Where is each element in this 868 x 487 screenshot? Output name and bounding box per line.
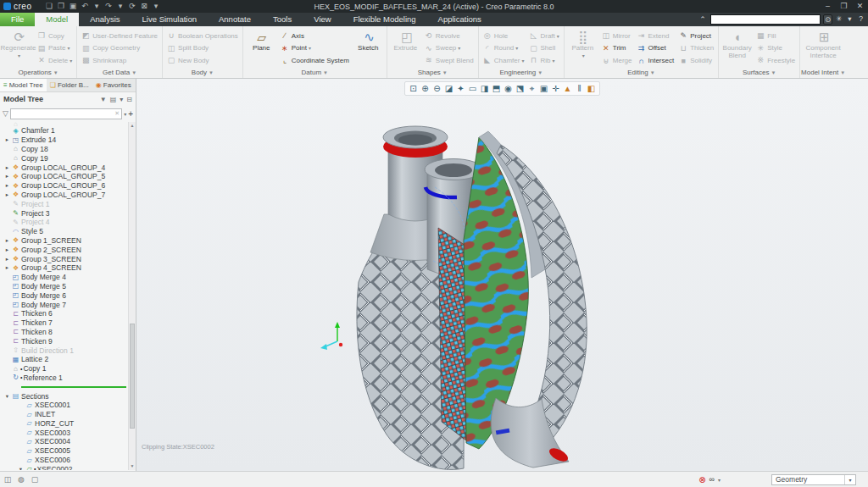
rib-button[interactable]: Rib▾ bbox=[527, 54, 560, 67]
tree-item[interactable]: Group 2_SCREEN bbox=[0, 245, 128, 254]
boolean-operations-button[interactable]: Boolean Operations bbox=[165, 30, 240, 42]
tree-expand-arrow[interactable] bbox=[3, 246, 11, 253]
boundary-blend-button[interactable]: Boundary Blend bbox=[721, 28, 753, 67]
new-file-icon[interactable]: ❏ bbox=[43, 0, 54, 13]
model-intent-group-label[interactable]: Model Intent▼ bbox=[800, 67, 846, 78]
datum-group-label[interactable]: Datum▼ bbox=[243, 67, 387, 78]
command-search-icon[interactable]: ⊙ bbox=[823, 14, 832, 25]
shrinkwrap-button[interactable]: Shrinkwrap bbox=[80, 54, 159, 67]
tree-scrollbar[interactable]: ▲ ▼ bbox=[128, 122, 136, 470]
enhanced-realism-icon[interactable]: ✦ bbox=[455, 82, 466, 96]
tree-item[interactable]: Body Merge 7 bbox=[0, 300, 128, 309]
tree-item[interactable]: Copy 18 bbox=[0, 145, 128, 154]
plane-button[interactable]: Plane bbox=[246, 28, 277, 67]
model-canvas[interactable] bbox=[136, 79, 868, 471]
style-button[interactable]: Style bbox=[754, 42, 797, 55]
tab-live-simulation[interactable]: Live Simulation bbox=[131, 13, 208, 26]
filter-dropdown-icon[interactable]: ▾ bbox=[124, 111, 126, 117]
axis-button[interactable]: Axis bbox=[279, 30, 351, 42]
copy-button[interactable]: Copy bbox=[36, 30, 74, 42]
tab-file[interactable]: File bbox=[0, 13, 35, 26]
tab-flexible-modeling[interactable]: Flexible Modeling bbox=[342, 13, 427, 26]
tab-analysis[interactable]: Analysis bbox=[79, 13, 131, 26]
named-views-icon[interactable]: ▭ bbox=[467, 82, 478, 96]
repaint-icon[interactable]: ◪ bbox=[443, 82, 454, 96]
editing-group-label[interactable]: Editing▼ bbox=[565, 67, 718, 78]
tree-item[interactable] bbox=[0, 382, 128, 391]
nav-tab-folder-browser[interactable]: ❏Folder B... bbox=[47, 79, 92, 91]
selection-filter-dropdown[interactable]: Geometry ▾ bbox=[771, 474, 856, 485]
tab-applications[interactable]: Applications bbox=[427, 13, 492, 26]
tree-item[interactable]: XSEC0003 bbox=[0, 428, 128, 437]
search-model-icon[interactable]: ∞ bbox=[709, 475, 715, 484]
project-button[interactable]: Project bbox=[677, 30, 715, 42]
collapse-ribbon-icon[interactable]: ⌃ bbox=[698, 15, 708, 24]
tree-item[interactable]: Project 3 bbox=[0, 208, 128, 218]
solidify-button[interactable]: Solidify bbox=[677, 54, 715, 67]
tree-item[interactable]: Body Merge 4 bbox=[0, 273, 128, 282]
get-data-group-label[interactable]: Get Data▼ bbox=[77, 67, 162, 78]
tree-item[interactable]: Group 1_SCREEN bbox=[0, 236, 128, 246]
intersect-button[interactable]: Intersect bbox=[635, 54, 676, 67]
command-search-input[interactable] bbox=[710, 14, 821, 25]
tree-item[interactable]: Lattice 2 bbox=[0, 355, 128, 364]
tree-item[interactable]: Build Direction 1 bbox=[0, 346, 128, 355]
save-icon[interactable]: ▣ bbox=[67, 0, 78, 13]
draft-button[interactable]: Draft▾ bbox=[527, 30, 560, 42]
regeneration-alert-icon[interactable]: ⊗ bbox=[698, 475, 705, 484]
tree-expand-arrow[interactable] bbox=[3, 164, 11, 171]
user-defined-feature-button[interactable]: User-Defined Feature bbox=[80, 30, 159, 42]
fill-button[interactable]: Fill bbox=[754, 30, 797, 42]
close-window-icon[interactable]: ⊠ bbox=[138, 0, 149, 13]
tree-item[interactable]: Project 4 bbox=[0, 218, 128, 227]
nav-tab-favorites[interactable]: ◉Favorites bbox=[92, 79, 135, 91]
thicken-button[interactable]: Thicken bbox=[677, 42, 715, 55]
tree-item[interactable]: Body Merge 6 bbox=[0, 291, 128, 300]
tree-item[interactable]: Thicken 6 bbox=[0, 309, 128, 318]
tree-item[interactable]: • Reference 1 bbox=[0, 374, 128, 383]
tree-item[interactable]: Chamfer 1 bbox=[0, 126, 128, 136]
revolve-button[interactable]: Revolve bbox=[423, 30, 476, 42]
tree-item[interactable]: Group LOCAL_GROUP_6 bbox=[0, 181, 128, 191]
display-style-icon[interactable]: ◉ bbox=[503, 82, 514, 96]
body-group-label[interactable]: Body▼ bbox=[163, 67, 242, 78]
coordinate-system-button[interactable]: Coordinate System bbox=[279, 54, 351, 67]
sweep-button[interactable]: Sweep▾ bbox=[423, 42, 476, 55]
tree-item[interactable]: • Copy 1 bbox=[0, 364, 128, 374]
tree-item[interactable]: HORZ_CUT bbox=[0, 419, 128, 429]
tree-options-dropdown-icon[interactable]: ▾ bbox=[120, 96, 123, 103]
redo-dropdown-icon[interactable]: ▾ bbox=[114, 0, 125, 13]
tree-item[interactable]: • XSEC0002 bbox=[0, 464, 128, 470]
nav-tab-model-tree[interactable]: ≡Model Tree bbox=[0, 79, 47, 91]
minimize-button[interactable]: – bbox=[820, 0, 836, 13]
section-icon[interactable]: ⬔ bbox=[515, 82, 526, 96]
sketch-button[interactable]: Sketch bbox=[353, 28, 384, 67]
filter-clear-icon[interactable]: ✕ bbox=[114, 110, 120, 117]
resources-icon[interactable]: ✳ bbox=[834, 14, 843, 25]
regenerate-qat-icon[interactable]: ⟳ bbox=[126, 0, 137, 13]
pattern-button[interactable]: Pattern ▾ bbox=[567, 28, 598, 67]
tree-item[interactable]: Group LOCAL_GROUP_5 bbox=[0, 172, 128, 181]
swept-blend-button[interactable]: Swept Blend bbox=[423, 54, 476, 67]
tab-view[interactable]: View bbox=[303, 13, 342, 26]
scrollbar-thumb[interactable] bbox=[130, 324, 135, 428]
tree-item[interactable]: Style 5 bbox=[0, 227, 128, 236]
tree-expand-arrow[interactable] bbox=[3, 191, 11, 198]
pause-icon[interactable]: ‖ bbox=[574, 82, 585, 96]
copy-geometry-button[interactable]: Copy Geometry bbox=[80, 42, 159, 55]
scroll-up-icon[interactable]: ▲ bbox=[129, 122, 136, 130]
tree-item[interactable]: XSEC0005 bbox=[0, 446, 128, 456]
tree-expand-arrow[interactable] bbox=[3, 256, 11, 263]
tree-item[interactable] bbox=[0, 122, 128, 126]
freestyle-button[interactable]: Freestyle bbox=[754, 54, 797, 67]
tree-expand-arrow[interactable] bbox=[17, 466, 25, 470]
annotation-display-icon[interactable]: ▣ bbox=[538, 82, 549, 96]
tree-item[interactable]: Body Merge 5 bbox=[0, 282, 128, 291]
help-icon[interactable]: ? bbox=[856, 14, 865, 25]
round-button[interactable]: Round▾ bbox=[481, 42, 526, 55]
new-body-button[interactable]: New Body bbox=[165, 54, 240, 67]
tab-model[interactable]: Model bbox=[35, 13, 79, 26]
tree-expand-arrow[interactable] bbox=[3, 182, 11, 189]
restore-button[interactable]: ❐ bbox=[836, 0, 852, 13]
tree-item[interactable]: XSEC0004 bbox=[0, 437, 128, 446]
